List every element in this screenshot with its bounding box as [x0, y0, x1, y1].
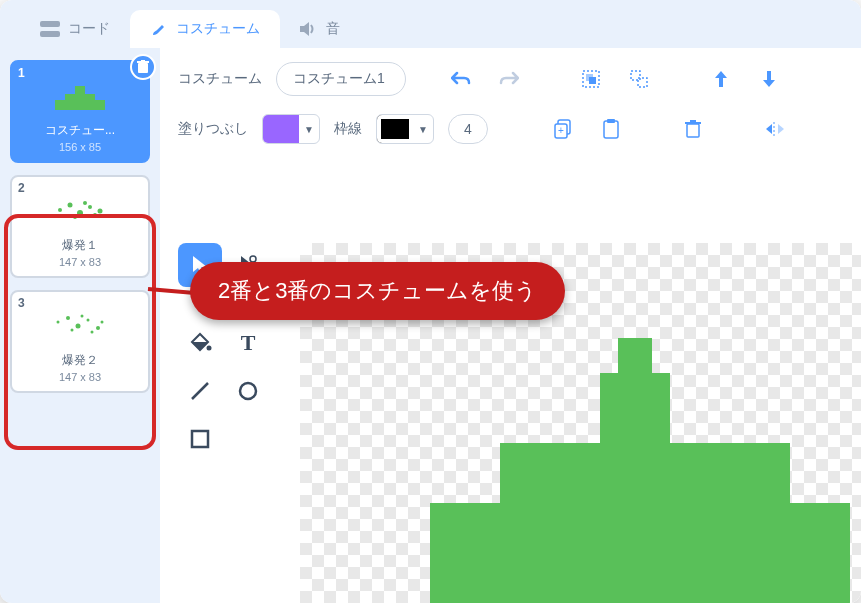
delete-costume-button[interactable] — [130, 54, 156, 80]
svg-point-13 — [73, 215, 77, 219]
line-icon — [189, 380, 211, 402]
tab-costumes-label: コスチューム — [176, 20, 260, 38]
thumb-preview — [16, 72, 144, 118]
thumb-dimensions: 156 x 85 — [16, 141, 144, 153]
thumb-preview — [16, 302, 144, 348]
rect-tool[interactable] — [178, 417, 222, 461]
svg-point-24 — [101, 321, 104, 324]
circle-tool[interactable] — [226, 369, 270, 413]
svg-rect-7 — [75, 86, 85, 94]
fill-tool[interactable] — [178, 321, 222, 365]
chevron-down-icon: ▼ — [299, 115, 319, 143]
svg-rect-34 — [607, 119, 615, 123]
group-icon — [581, 69, 601, 89]
svg-rect-27 — [589, 77, 596, 84]
chevron-down-icon: ▼ — [413, 115, 433, 143]
redo-button[interactable] — [492, 62, 526, 96]
line-tool[interactable] — [178, 369, 222, 413]
svg-point-12 — [98, 209, 103, 214]
svg-point-23 — [91, 331, 94, 334]
svg-rect-45 — [600, 373, 670, 443]
delete-button[interactable] — [676, 112, 710, 146]
thumb-number: 1 — [18, 66, 25, 80]
svg-point-15 — [93, 213, 97, 217]
fill-label: 塗りつぶし — [178, 120, 248, 138]
svg-rect-2 — [138, 63, 148, 73]
svg-point-39 — [207, 346, 212, 351]
undo-button[interactable] — [444, 62, 478, 96]
outline-width-input[interactable]: 4 — [448, 114, 488, 144]
svg-rect-36 — [685, 122, 701, 124]
down-arrow-icon — [762, 70, 776, 88]
costume-label: コスチューム — [178, 70, 262, 88]
text-tool[interactable]: T — [226, 321, 270, 365]
fill-swatch — [263, 115, 299, 143]
tab-costumes[interactable]: コスチューム — [130, 10, 280, 48]
costume-thumb-3[interactable]: 3 爆発２ 147 x 83 — [10, 290, 150, 393]
undo-icon — [451, 71, 471, 87]
svg-text:+: + — [558, 125, 564, 136]
svg-point-11 — [88, 205, 92, 209]
up-arrow-icon — [714, 70, 728, 88]
svg-rect-43 — [430, 503, 850, 603]
svg-point-21 — [71, 329, 74, 332]
outline-color-picker[interactable]: ▼ — [376, 114, 434, 144]
ungroup-icon — [629, 69, 649, 89]
svg-point-16 — [57, 321, 60, 324]
flip-horizontal-button[interactable] — [758, 112, 792, 146]
thumb-number: 2 — [18, 181, 25, 195]
annotation-callout: 2番と3番のコスチュームを使う — [190, 262, 565, 320]
copy-icon: + — [554, 119, 572, 139]
costume-thumb-1[interactable]: 1 コスチュー... 156 x 85 — [10, 60, 150, 163]
svg-line-40 — [192, 383, 208, 399]
svg-point-9 — [68, 203, 73, 208]
circle-icon — [237, 380, 259, 402]
svg-rect-1 — [40, 31, 60, 37]
svg-point-17 — [66, 316, 70, 320]
trash-icon — [685, 120, 701, 138]
paste-icon — [602, 119, 620, 139]
svg-point-8 — [58, 208, 62, 212]
group-button[interactable] — [574, 62, 608, 96]
svg-point-10 — [77, 210, 83, 216]
redo-icon — [499, 71, 519, 87]
paint-editor: コスチューム コスチューム1 塗りつぶし ▼ 枠線 — [160, 48, 861, 603]
svg-rect-4 — [141, 60, 145, 62]
thumb-preview — [16, 187, 144, 233]
tab-code-label: コード — [68, 20, 110, 38]
outline-label: 枠線 — [334, 120, 362, 138]
fill-color-picker[interactable]: ▼ — [262, 114, 320, 144]
forward-button[interactable] — [704, 62, 738, 96]
svg-rect-33 — [604, 121, 618, 138]
color-row: 塗りつぶし ▼ 枠線 ▼ 4 + — [178, 112, 843, 146]
editor-body: 1 コスチュー... 156 x 85 2 爆発１ 147 x 83 — [0, 48, 861, 603]
costume-thumb-2[interactable]: 2 爆発１ 147 x 83 — [10, 175, 150, 278]
name-row: コスチューム コスチューム1 — [178, 62, 843, 96]
text-icon: T — [241, 330, 256, 356]
sound-icon — [300, 21, 318, 37]
svg-point-14 — [83, 201, 87, 205]
paste-button[interactable] — [594, 112, 628, 146]
svg-point-41 — [240, 383, 256, 399]
svg-rect-35 — [687, 124, 699, 137]
outline-swatch — [377, 115, 413, 143]
svg-rect-42 — [192, 431, 208, 447]
thumb-dimensions: 147 x 83 — [16, 256, 144, 268]
square-icon — [189, 428, 211, 450]
tabs: コード コスチューム 音 — [0, 0, 861, 48]
code-icon — [40, 21, 60, 37]
ungroup-button[interactable] — [622, 62, 656, 96]
svg-rect-0 — [40, 21, 60, 27]
tab-code[interactable]: コード — [20, 10, 130, 48]
costume-name-input[interactable]: コスチューム1 — [276, 62, 406, 96]
svg-rect-6 — [65, 94, 95, 100]
copy-button[interactable]: + — [546, 112, 580, 146]
scratch-costume-editor: コード コスチューム 音 1 コスチュー... 156 x 85 — [0, 0, 861, 603]
tab-sounds[interactable]: 音 — [280, 10, 360, 48]
backward-button[interactable] — [752, 62, 786, 96]
svg-rect-44 — [500, 443, 790, 503]
thumb-dimensions: 147 x 83 — [16, 371, 144, 383]
flip-h-icon — [765, 120, 785, 138]
trash-icon — [137, 60, 149, 74]
bucket-icon — [188, 332, 212, 354]
